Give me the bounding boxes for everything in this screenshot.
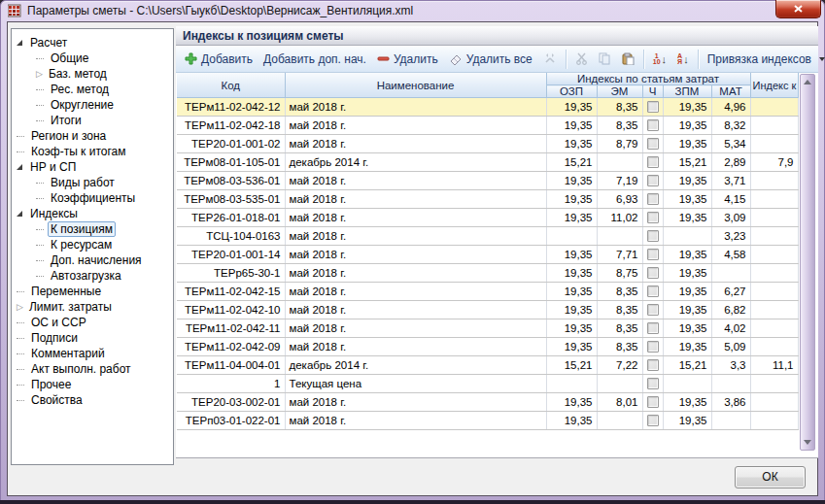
tree-item[interactable]: Округление (12, 97, 173, 113)
cell-name[interactable]: декабрь 2014 г. (285, 153, 546, 172)
checkbox-unchecked[interactable] (647, 304, 659, 316)
cell-code[interactable]: ТЕРп03-01-022-01 (177, 412, 285, 430)
cell-mat[interactable]: 6,27 (711, 283, 750, 301)
tree-item[interactable]: Переменные (12, 284, 173, 299)
cell-mat[interactable]: 8,32 (711, 117, 750, 135)
cell-code[interactable]: ТЕР26-01-018-01 (177, 209, 285, 227)
cell-em[interactable]: 8,79 (597, 135, 642, 153)
paste-button[interactable] (617, 50, 639, 68)
cell-code[interactable]: ТЕРм11-02-042-10 (177, 301, 285, 319)
checkbox-unchecked[interactable] (647, 230, 659, 242)
cell-smr[interactable] (750, 338, 798, 356)
tree-collapse-icon[interactable] (17, 164, 22, 170)
cell-code[interactable]: ТЕР20-01-001-02 (177, 135, 285, 153)
cell-zpm[interactable]: 19,35 (663, 98, 711, 117)
cell-ozp[interactable]: 19,35 (546, 246, 597, 264)
checkbox-unchecked[interactable] (647, 359, 659, 371)
cell-code[interactable]: ТЕРм11-02-042-11 (177, 319, 285, 338)
cell-smr[interactable]: 7,9 (750, 153, 798, 172)
cell-include-checkbox[interactable] (642, 153, 663, 172)
cell-smr[interactable] (750, 98, 798, 117)
cell-zpm[interactable]: 19,35 (663, 135, 711, 153)
cell-name[interactable]: май 2018 г. (285, 338, 546, 356)
cell-smr[interactable] (750, 246, 798, 264)
cell-zpm[interactable] (663, 375, 711, 393)
cell-code[interactable]: ТЕРм08-03-536-01 (177, 172, 285, 190)
close-button[interactable] (775, 0, 821, 18)
cell-mat[interactable] (711, 412, 750, 430)
cell-mat[interactable]: 3,86 (711, 393, 750, 412)
cell-smr[interactable] (750, 264, 798, 283)
add-button[interactable]: Добавить (180, 50, 258, 69)
cell-mat[interactable]: 5,34 (711, 135, 750, 153)
checkbox-unchecked[interactable] (647, 286, 659, 297)
cell-include-checkbox[interactable] (642, 375, 663, 393)
cell-em[interactable] (597, 412, 642, 430)
cell-mat[interactable]: 5,09 (711, 338, 750, 356)
cell-name[interactable]: май 2018 г. (285, 190, 546, 209)
checkbox-unchecked[interactable] (647, 378, 659, 389)
binding-dropdown-button[interactable]: Привязка индексов (703, 50, 825, 69)
cell-include-checkbox[interactable] (642, 338, 663, 356)
cell-name[interactable]: май 2018 г. (285, 227, 546, 246)
tree-item[interactable]: Расчет (12, 35, 173, 50)
cell-em[interactable]: 8,35 (597, 98, 642, 117)
checkbox-unchecked[interactable] (647, 415, 659, 426)
tree-item[interactable]: Общие (12, 50, 173, 66)
tree-item[interactable]: К позициям (12, 221, 173, 237)
tree-item[interactable]: НР и СП (12, 159, 173, 175)
cell-zpm[interactable]: 19,35 (663, 209, 711, 227)
checkbox-unchecked[interactable] (647, 322, 659, 334)
cell-ozp[interactable] (546, 227, 597, 246)
tree-item[interactable]: ▷Лимит. затраты (12, 299, 173, 315)
cell-include-checkbox[interactable] (642, 172, 663, 190)
cell-name[interactable]: Текущая цена (285, 375, 546, 393)
checkbox-unchecked[interactable] (647, 249, 659, 260)
tree-expand-icon[interactable]: ▷ (17, 302, 23, 312)
cell-include-checkbox[interactable] (642, 117, 663, 135)
cell-zpm[interactable]: 19,35 (663, 393, 711, 412)
cell-ozp[interactable]: 19,35 (546, 301, 597, 319)
cell-include-checkbox[interactable] (642, 246, 663, 264)
cell-name[interactable]: май 2018 г. (285, 319, 546, 338)
tree-item[interactable]: Акт выполн. работ (12, 361, 173, 377)
tree-item[interactable]: Регион и зона (12, 128, 173, 144)
cell-include-checkbox[interactable] (642, 319, 663, 338)
tree-item[interactable]: К ресурсам (12, 237, 173, 252)
cell-name[interactable]: май 2018 г. (285, 98, 546, 117)
cell-em[interactable]: 8,75 (597, 264, 642, 283)
checkbox-unchecked[interactable] (647, 212, 659, 223)
sort-alpha-button[interactable]: АЯ ↓ (672, 50, 694, 68)
cell-ozp[interactable]: 19,35 (546, 135, 597, 153)
cell-ozp[interactable]: 19,35 (546, 209, 597, 227)
cell-include-checkbox[interactable] (642, 190, 663, 209)
checkbox-unchecked[interactable] (647, 119, 659, 131)
cell-em[interactable]: 8,35 (597, 283, 642, 301)
cell-include-checkbox[interactable] (642, 135, 663, 153)
cell-ozp[interactable]: 19,35 (546, 264, 597, 283)
tree-item[interactable]: ОС и ССР (12, 315, 173, 330)
add-extra-button[interactable]: Добавить доп. нач. (258, 50, 371, 69)
cell-ozp[interactable]: 19,35 (546, 98, 597, 117)
tree-item[interactable]: Рес. метод (12, 82, 173, 97)
cell-em[interactable]: 8,01 (597, 393, 642, 412)
cell-em[interactable]: 11,02 (597, 209, 642, 227)
cell-include-checkbox[interactable] (642, 264, 663, 283)
column-header-em[interactable]: ЭМ (597, 85, 642, 98)
cell-name[interactable]: май 2018 г. (285, 264, 546, 283)
cell-code[interactable]: ТЕРм08-03-535-01 (177, 190, 285, 209)
unbind-button[interactable] (538, 50, 562, 68)
cell-include-checkbox[interactable] (642, 301, 663, 319)
cell-zpm[interactable]: 19,35 (663, 301, 711, 319)
cell-em[interactable]: 8,35 (597, 319, 642, 338)
cell-ozp[interactable]: 19,35 (546, 283, 597, 301)
column-header-zpm[interactable]: ЗПМ (663, 85, 711, 98)
cell-mat[interactable]: 6,82 (711, 301, 750, 319)
cell-ozp[interactable] (546, 375, 597, 393)
tree-item[interactable]: Коэффициенты (12, 190, 173, 206)
cell-smr[interactable] (750, 283, 798, 301)
checkbox-unchecked[interactable] (647, 267, 659, 279)
cell-code[interactable]: ТЕРм08-01-105-01 (177, 153, 285, 172)
cell-smr[interactable] (750, 301, 798, 319)
tree-item[interactable]: Итоги (12, 113, 173, 128)
